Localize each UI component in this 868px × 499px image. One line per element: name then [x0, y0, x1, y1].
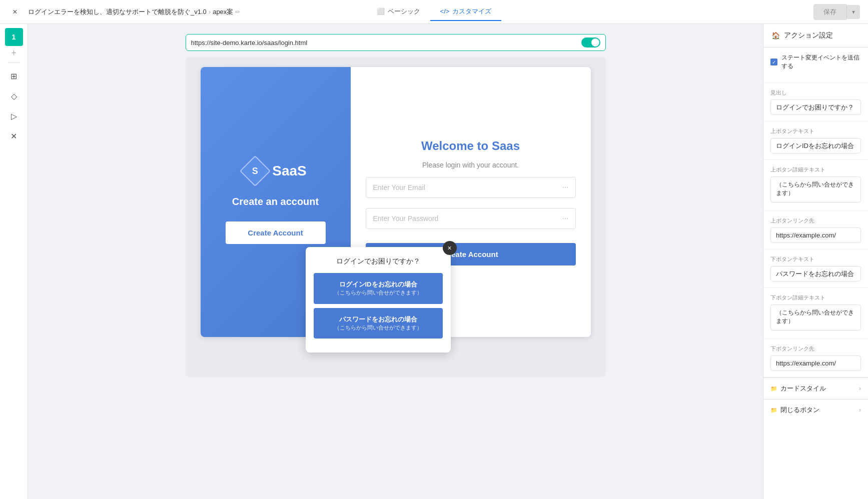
tab-basic[interactable]: ⬜ ベーシック — [367, 3, 430, 21]
field-input-3[interactable] — [770, 228, 861, 243]
field-label-5: 下ボタン詳細テキスト — [770, 294, 861, 302]
popup-btn1-sub: （こちらから問い合せができます） — [320, 289, 437, 296]
password-placeholder: Enter Your Password — [373, 214, 439, 222]
save-dropdown-button[interactable]: ▾ — [846, 5, 860, 19]
topbar-title-text: ログインエラーを検知し、適切なサポートで離脱を防ぐ_v1.0 — [28, 8, 207, 16]
topbar: × ログインエラーを検知し、適切なサポートで離脱を防ぐ_v1.0 › apex案… — [0, 0, 868, 24]
url-toggle-knob — [591, 38, 599, 46]
popup-title: ログインでお困りですか？ — [314, 257, 443, 266]
url-bar: https://site-demo.karte.io/saas/login.ht… — [186, 34, 606, 51]
sidebar-close-icon[interactable]: ✕ — [5, 127, 23, 145]
password-input-icon: ⋯ — [562, 215, 568, 222]
chevron-right-icon-0: › — [859, 385, 861, 392]
canvas-area: https://site-demo.karte.io/saas/login.ht… — [28, 24, 763, 499]
sidebar-tag-icon[interactable]: ◇ — [5, 87, 23, 105]
popup-card: × ログインでお困りですか？ ログインIDをお忘れの場合 （こちらから問い合せが… — [306, 247, 451, 352]
field-section-2: 上ボタン詳細テキスト （こちらから問い合せができます） — [763, 160, 868, 211]
tab-custom-label: カスタマイズ — [452, 7, 491, 16]
url-toggle[interactable] — [581, 38, 600, 48]
field-input-6[interactable] — [770, 356, 861, 371]
field-input-1[interactable] — [770, 138, 861, 154]
right-sidebar-title: アクション設定 — [784, 31, 833, 40]
tab-customize[interactable]: </> カスタマイズ — [430, 3, 502, 21]
collapsible-close-button[interactable]: 📁 閉じるボタン › — [763, 400, 868, 420]
sidebar-play-icon[interactable]: ▷ — [5, 107, 23, 125]
field-section-5: 下ボタン詳細テキスト （こちらから問い合せができます） — [763, 288, 868, 339]
collapsible-text-1: 閉じるボタン — [780, 406, 819, 414]
collapsible-text-0: カードスタイル — [780, 384, 826, 393]
field-section-6: 下ボタンリンク先 — [763, 339, 868, 378]
collapsible-label-0: 📁 カードスタイル — [770, 384, 826, 393]
collapsible-icon-0: 📁 — [770, 386, 777, 392]
tab-custom-icon: </> — [440, 8, 450, 15]
field-textarea-5[interactable]: （こちらから問い合せができます） — [770, 304, 861, 330]
collapsible-card-style[interactable]: 📁 カードスタイル › — [763, 378, 868, 399]
checkbox-row: ✓ ステート変更イベントを送信する — [770, 54, 861, 70]
page-preview: S SaaS Create an account Create Account … — [186, 57, 606, 377]
login-left-title: Create an account — [232, 196, 319, 208]
topbar-subtitle: apex案 — [213, 8, 233, 16]
field-input-4[interactable] — [770, 266, 861, 282]
right-sidebar: 🏠 アクション設定 ✓ ステート変更イベントを送信する 見出し 上ボタンテキスト… — [763, 24, 868, 499]
popup-btn2-main: パスワードをお忘れの場合 — [320, 315, 437, 324]
popup-close-button[interactable]: × — [443, 241, 457, 255]
topbar-title-arrow: › — [209, 8, 211, 16]
topbar-tabs: ⬜ ベーシック </> カスタマイズ — [367, 3, 502, 21]
saas-logo-text: SaaS — [272, 163, 307, 179]
right-sidebar-header: 🏠 アクション設定 — [763, 24, 868, 48]
collapsible-label-1: 📁 閉じるボタン — [770, 406, 819, 414]
sidebar-page-number[interactable]: 1 — [5, 28, 23, 46]
popup-btn1-main: ログインIDをお忘れの場合 — [320, 280, 437, 289]
collapsible-icon-1: 📁 — [770, 407, 777, 414]
add-page-button[interactable]: + — [11, 48, 17, 58]
sidebar-divider — [8, 62, 20, 63]
home-icon: 🏠 — [771, 32, 780, 40]
field-label-3: 上ボタンリンク先 — [770, 217, 861, 224]
tab-basic-icon: ⬜ — [377, 8, 385, 15]
popup-btn2-sub: （こちらから問い合せができます） — [320, 324, 437, 332]
topbar-save-area: 保存 ▾ — [813, 4, 860, 20]
field-label-1: 上ボタンテキスト — [770, 128, 861, 135]
field-section-4: 下ボタンテキスト — [763, 250, 868, 288]
checkbox-label: ステート変更イベントを送信する — [781, 54, 861, 70]
state-change-checkbox[interactable]: ✓ — [770, 58, 777, 66]
left-sidebar: 1 + ⊞ ◇ ▷ ✕ — [0, 24, 28, 499]
main-layout: 1 + ⊞ ◇ ▷ ✕ https://site-demo.karte.io/s… — [0, 24, 868, 499]
save-button[interactable]: 保存 — [813, 4, 846, 20]
field-label-6: 下ボタンリンク先 — [770, 345, 861, 352]
field-label-2: 上ボタン詳細テキスト — [770, 166, 861, 174]
close-button[interactable]: × — [8, 5, 22, 19]
field-label-4: 下ボタンテキスト — [770, 256, 861, 263]
popup-overlay: × ログインでお困りですか？ ログインIDをお忘れの場合 （こちらから問い合せが… — [306, 247, 451, 352]
password-input[interactable]: Enter Your Password ⋯ — [366, 208, 576, 229]
field-section-0: 見出し — [763, 83, 868, 122]
tab-basic-label: ベーシック — [388, 7, 420, 16]
field-section-1: 上ボタンテキスト — [763, 122, 868, 160]
saas-logo-icon: S — [240, 156, 271, 186]
saas-logo: S SaaS — [244, 160, 307, 182]
field-input-0[interactable] — [770, 100, 861, 115]
email-placeholder: Enter Your Email — [373, 184, 425, 192]
checkbox-section: ✓ ステート変更イベントを送信する — [763, 48, 868, 83]
field-textarea-2[interactable]: （こちらから問い合せができます） — [770, 176, 861, 202]
edit-icon[interactable]: ✏ — [235, 8, 240, 16]
url-text: https://site-demo.karte.io/saas/login.ht… — [191, 39, 577, 46]
saas-logo-letter: S — [252, 166, 258, 176]
popup-btn2[interactable]: パスワードをお忘れの場合 （こちらから問い合せができます） — [314, 308, 443, 339]
field-section-3: 上ボタンリンク先 — [763, 211, 868, 250]
login-title: Welcome to Saas — [421, 139, 520, 153]
popup-btn1[interactable]: ログインIDをお忘れの場合 （こちらから問い合せができます） — [314, 273, 443, 304]
chevron-right-icon-1: › — [859, 406, 861, 414]
create-account-button[interactable]: Create Account — [226, 222, 326, 244]
email-input[interactable]: Enter Your Email ⋯ — [366, 177, 576, 198]
field-label-0: 見出し — [770, 89, 861, 96]
topbar-title: ログインエラーを検知し、適切なサポートで離脱を防ぐ_v1.0 › apex案 ✏ — [28, 8, 240, 16]
sidebar-grid-icon[interactable]: ⊞ — [5, 67, 23, 85]
login-subtitle: Please login with your account. — [422, 161, 519, 169]
email-input-icon: ⋯ — [562, 184, 568, 191]
